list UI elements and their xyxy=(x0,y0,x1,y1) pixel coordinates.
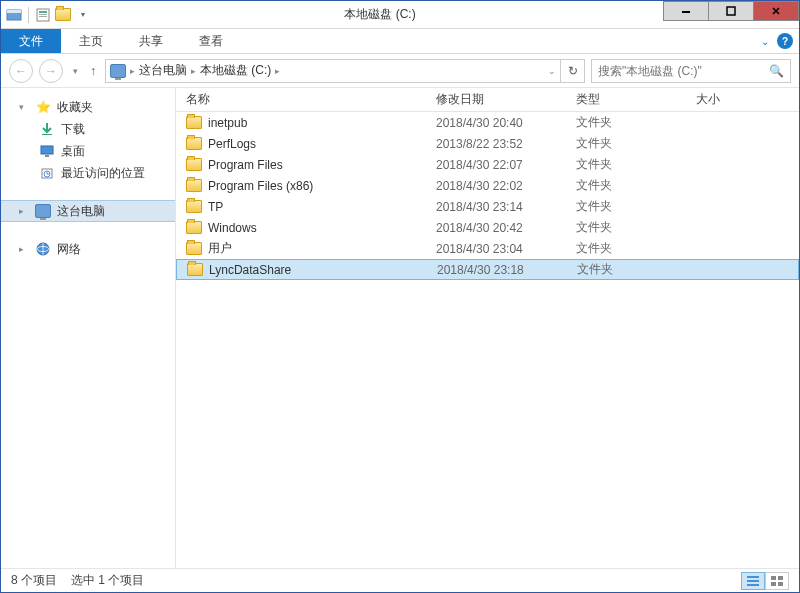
chevron-right-icon[interactable]: ▸ xyxy=(19,244,29,254)
address-dropdown-icon[interactable]: ⌄ xyxy=(548,66,556,76)
svg-rect-17 xyxy=(747,584,759,586)
navigation-pane: ▾ ⭐ 收藏夹 下载 桌面 xyxy=(1,88,176,568)
file-row[interactable]: Windows2018/4/30 20:42文件夹 xyxy=(176,217,799,238)
svg-rect-1 xyxy=(7,10,21,13)
file-type: 文件夹 xyxy=(576,177,696,194)
maximize-button[interactable] xyxy=(708,1,754,21)
breadcrumb-arrow-icon[interactable]: ▸ xyxy=(130,66,135,76)
file-name: TP xyxy=(208,200,223,214)
search-box[interactable]: 🔍 xyxy=(591,59,791,83)
file-date: 2013/8/22 23:52 xyxy=(436,137,576,151)
body: ▾ ⭐ 收藏夹 下载 桌面 xyxy=(1,88,799,568)
file-row[interactable]: inetpub2018/4/30 20:40文件夹 xyxy=(176,112,799,133)
svg-rect-5 xyxy=(39,16,47,17)
svg-rect-18 xyxy=(771,576,776,580)
status-selected-count: 选中 1 个项目 xyxy=(71,572,144,589)
tab-view[interactable]: 查看 xyxy=(181,29,241,53)
nav-label: 网络 xyxy=(57,241,81,258)
chevron-right-icon[interactable]: ▸ xyxy=(19,206,29,216)
file-name: Program Files (x86) xyxy=(208,179,313,193)
refresh-button[interactable]: ↻ xyxy=(561,59,585,83)
folder-icon xyxy=(186,242,202,255)
explorer-app-icon xyxy=(5,6,23,24)
tab-home[interactable]: 主页 xyxy=(61,29,121,53)
folder-icon xyxy=(186,179,202,192)
nav-this-pc[interactable]: ▸ 这台电脑 xyxy=(1,200,175,222)
close-button[interactable] xyxy=(753,1,799,21)
breadcrumb-arrow-icon[interactable]: ▸ xyxy=(191,66,196,76)
file-type: 文件夹 xyxy=(576,114,696,131)
view-toggle xyxy=(741,572,789,590)
file-name: inetpub xyxy=(208,116,247,130)
address-bar[interactable]: ▸ 这台电脑 ▸ 本地磁盘 (C:) ▸ ⌄ xyxy=(105,59,561,83)
column-date[interactable]: 修改日期 xyxy=(436,91,576,108)
folder-icon xyxy=(186,116,202,129)
file-date: 2018/4/30 20:42 xyxy=(436,221,576,235)
file-row[interactable]: TP2018/4/30 23:14文件夹 xyxy=(176,196,799,217)
titlebar: ▾ 本地磁盘 (C:) xyxy=(1,1,799,29)
ribbon-expand-icon[interactable]: ⌄ xyxy=(761,36,769,47)
file-name: Windows xyxy=(208,221,257,235)
qat-dropdown-icon[interactable]: ▾ xyxy=(74,6,92,24)
file-date: 2018/4/30 22:02 xyxy=(436,179,576,193)
file-row[interactable]: Program Files2018/4/30 22:07文件夹 xyxy=(176,154,799,175)
nav-recent[interactable]: 最近访问的位置 xyxy=(1,162,175,184)
up-button[interactable]: ↑ xyxy=(87,64,99,78)
icons-view-button[interactable] xyxy=(765,572,789,590)
file-row[interactable]: PerfLogs2013/8/22 23:52文件夹 xyxy=(176,133,799,154)
column-size[interactable]: 大小 xyxy=(696,91,799,108)
new-folder-icon[interactable] xyxy=(54,6,72,24)
nav-label: 下载 xyxy=(61,121,85,138)
tab-file[interactable]: 文件 xyxy=(1,29,61,53)
quick-access-toolbar: ▾ xyxy=(1,6,96,24)
file-rows: inetpub2018/4/30 20:40文件夹PerfLogs2013/8/… xyxy=(176,112,799,568)
breadcrumb-drive[interactable]: 本地磁盘 (C:) xyxy=(200,62,271,79)
tab-share[interactable]: 共享 xyxy=(121,29,181,53)
file-date: 2018/4/30 23:04 xyxy=(436,242,576,256)
nav-network[interactable]: ▸ 网络 xyxy=(1,238,175,260)
file-row[interactable]: LyncDataShare2018/4/30 23:18文件夹 xyxy=(176,259,799,280)
breadcrumb-arrow-icon[interactable]: ▸ xyxy=(275,66,280,76)
search-input[interactable] xyxy=(598,64,769,78)
folder-icon xyxy=(186,200,202,213)
file-row[interactable]: 用户2018/4/30 23:04文件夹 xyxy=(176,238,799,259)
file-name: LyncDataShare xyxy=(209,263,291,277)
properties-icon[interactable] xyxy=(34,6,52,24)
nav-favorites[interactable]: ▾ ⭐ 收藏夹 xyxy=(1,96,175,118)
folder-icon xyxy=(186,221,202,234)
minimize-button[interactable] xyxy=(663,1,709,21)
history-dropdown[interactable]: ▾ xyxy=(69,66,81,76)
column-headers: 名称 修改日期 类型 大小 xyxy=(176,88,799,112)
network-icon xyxy=(35,241,51,257)
status-item-count: 8 个项目 xyxy=(11,572,57,589)
file-type: 文件夹 xyxy=(577,261,697,278)
back-button[interactable]: ← xyxy=(9,59,33,83)
svg-rect-16 xyxy=(747,580,759,582)
search-icon[interactable]: 🔍 xyxy=(769,64,784,78)
column-type[interactable]: 类型 xyxy=(576,91,696,108)
download-icon xyxy=(39,121,55,137)
help-icon[interactable]: ? xyxy=(777,33,793,49)
status-bar: 8 个项目 选中 1 个项目 xyxy=(1,568,799,592)
file-date: 2018/4/30 23:18 xyxy=(437,263,577,277)
nav-label: 桌面 xyxy=(61,143,85,160)
details-view-button[interactable] xyxy=(741,572,765,590)
forward-button[interactable]: → xyxy=(39,59,63,83)
breadcrumb-pc[interactable]: 这台电脑 xyxy=(139,62,187,79)
svg-rect-3 xyxy=(39,11,47,13)
explorer-window: ▾ 本地磁盘 (C:) 文件 主页 共享 查看 ⌄ ? ← → ▾ ↑ ▸ 这台… xyxy=(0,0,800,593)
svg-rect-21 xyxy=(778,582,783,586)
file-name: 用户 xyxy=(208,240,232,257)
chevron-down-icon[interactable]: ▾ xyxy=(19,102,29,112)
nav-downloads[interactable]: 下载 xyxy=(1,118,175,140)
file-type: 文件夹 xyxy=(576,198,696,215)
address-row: ← → ▾ ↑ ▸ 这台电脑 ▸ 本地磁盘 (C:) ▸ ⌄ ↻ 🔍 xyxy=(1,54,799,88)
svg-rect-10 xyxy=(45,155,49,157)
column-name[interactable]: 名称 xyxy=(186,91,436,108)
computer-icon xyxy=(110,64,126,78)
svg-rect-15 xyxy=(747,576,759,578)
file-name: Program Files xyxy=(208,158,283,172)
file-row[interactable]: Program Files (x86)2018/4/30 22:02文件夹 xyxy=(176,175,799,196)
nav-desktop[interactable]: 桌面 xyxy=(1,140,175,162)
file-date: 2018/4/30 20:40 xyxy=(436,116,576,130)
